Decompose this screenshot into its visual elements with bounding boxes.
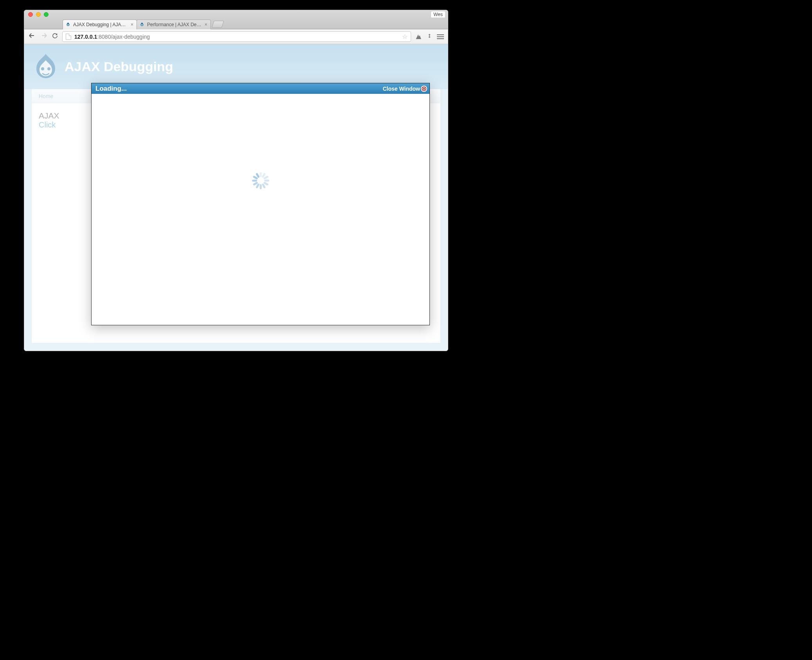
browser-toolbar: 127.0.0.1:8080/ajax-debugging ☆ [24,29,448,44]
chrome-menu-button[interactable] [437,34,444,39]
svg-point-1 [141,24,143,26]
tab-title: Performance | AJAX Debug [147,22,202,27]
modal-body [92,94,429,325]
back-button[interactable] [28,32,35,41]
close-icon[interactable] [421,86,427,92]
profile-button[interactable]: Wes [431,11,446,18]
tab-active[interactable]: AJAX Debugging | AJAX De × [63,20,137,29]
new-tab-button[interactable] [212,21,224,28]
browser-window: Wes .titlebar{position:absolute;top:0;le… [24,10,448,351]
tab-close-icon[interactable]: × [131,22,133,27]
drupal-icon [139,22,145,27]
tab-strip: AJAX Debugging | AJAX De × Performance |… [24,10,448,29]
modal-close-label[interactable]: Close Window [383,86,420,92]
ajax-modal: Loading... Close Window [91,83,430,325]
modal-title: Loading... [95,85,127,93]
extension-icon[interactable] [426,33,433,40]
window-controls [24,12,49,17]
modal-titlebar[interactable]: Loading... Close Window [92,83,429,94]
window-close-button[interactable] [28,12,33,17]
tab-title: AJAX Debugging | AJAX De [73,22,128,27]
tab-close-icon[interactable]: × [205,22,207,27]
window-minimize-button[interactable] [36,12,41,17]
extension-icons [415,33,444,40]
window-zoom-button[interactable] [44,12,49,17]
tab-inactive[interactable]: Performance | AJAX Debug × [137,20,211,29]
drupal-icon [65,22,71,27]
loading-spinner-icon [252,172,269,189]
url-path: /ajax-debugging [111,34,150,40]
forward-button[interactable] [41,32,48,41]
bookmark-star-icon[interactable]: ☆ [402,33,408,40]
svg-point-0 [67,24,69,26]
reload-button[interactable] [52,32,58,41]
page-icon [66,34,71,40]
extension-icon[interactable] [415,33,422,40]
nav-arrows [28,32,48,41]
url-port: :8080 [97,34,111,40]
url-host: 127.0.0.1 [74,34,97,40]
address-bar[interactable]: 127.0.0.1:8080/ajax-debugging ☆ [62,31,411,42]
